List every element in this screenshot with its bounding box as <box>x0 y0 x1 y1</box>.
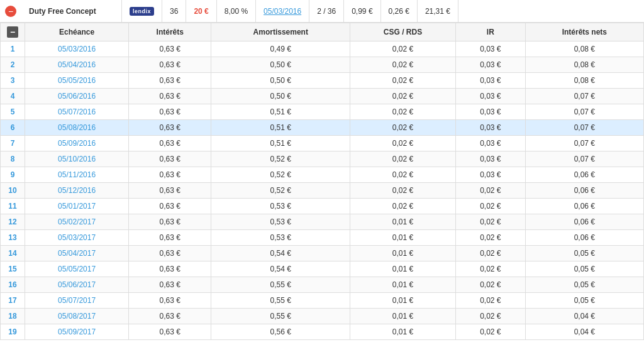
minus-icon[interactable]: − <box>7 26 18 38</box>
col-header-echeance: Echéance <box>25 23 129 41</box>
table-row: 705/09/20160,63 €0,51 €0,02 €0,03 €0,07 … <box>1 136 644 151</box>
table-row: 505/07/20160,63 €0,51 €0,02 €0,03 €0,07 … <box>1 104 644 120</box>
table-row: 1305/03/20170,63 €0,53 €0,01 €0,02 €0,06… <box>1 230 644 246</box>
table-header-row: − Echéance Intérêts Amortissement CSG / … <box>1 23 644 41</box>
table-row: 1105/01/20170,63 €0,53 €0,02 €0,02 €0,06… <box>1 199 644 214</box>
top-bar: − Duty Free Concept lendix 36 20 € 8,00 … <box>0 0 644 23</box>
col-header-minus[interactable]: − <box>1 23 25 41</box>
remove-button[interactable]: − <box>5 6 16 17</box>
date-cell[interactable]: 05/03/2016 <box>256 0 309 22</box>
col-header-amortissement: Amortissement <box>211 23 350 41</box>
table-row: 1905/09/20170,63 €0,56 €0,01 €0,02 €0,04… <box>1 324 644 340</box>
table-row: 1405/04/20170,63 €0,54 €0,01 €0,02 €0,05… <box>1 246 644 261</box>
progress-cell: 2 / 36 <box>309 0 344 22</box>
table-row: 405/06/20160,63 €0,50 €0,02 €0,03 €0,07 … <box>1 89 644 104</box>
table-row: 1005/12/20160,63 €0,52 €0,02 €0,02 €0,06… <box>1 183 644 199</box>
duration-cell: 36 <box>162 0 186 22</box>
lendix-badge: lendix <box>130 7 154 16</box>
col-header-nets: Intérêts nets <box>525 23 643 41</box>
table-row: 1805/08/20170,63 €0,55 €0,01 €0,02 €0,04… <box>1 309 644 324</box>
rate-cell: 8,00 % <box>217 0 256 22</box>
val1-cell: 0,99 € <box>344 0 380 22</box>
val2-cell: 0,26 € <box>381 0 418 22</box>
project-name: Duty Free Concept <box>21 0 122 22</box>
table-row: 305/05/20160,63 €0,50 €0,02 €0,03 €0,08 … <box>1 73 644 89</box>
col-header-ir: IR <box>455 23 525 41</box>
table-row: 105/03/20160,63 €0,49 €0,02 €0,03 €0,08 … <box>1 41 644 57</box>
amortization-table: − Echéance Intérêts Amortissement CSG / … <box>0 23 644 340</box>
lendix-badge-cell: lendix <box>122 0 162 22</box>
amount-cell: 20 € <box>186 0 216 22</box>
table-row: 1605/06/20170,63 €0,55 €0,01 €0,02 €0,05… <box>1 277 644 293</box>
col-header-csg: CSG / RDS <box>350 23 456 41</box>
table-row: 1705/07/20170,63 €0,55 €0,01 €0,02 €0,05… <box>1 293 644 309</box>
val3-cell: 21,31 € <box>418 0 458 22</box>
table-row: 805/10/20160,63 €0,52 €0,02 €0,03 €0,07 … <box>1 151 644 167</box>
table-row: 605/08/20160,63 €0,51 €0,02 €0,03 €0,07 … <box>1 120 644 136</box>
col-header-interets: Intérêts <box>129 23 211 41</box>
table-row: 1505/05/20170,63 €0,54 €0,01 €0,02 €0,05… <box>1 261 644 277</box>
table-row: 1205/02/20170,63 €0,53 €0,01 €0,02 €0,06… <box>1 214 644 230</box>
table-row: 205/04/20160,63 €0,50 €0,02 €0,03 €0,08 … <box>1 57 644 73</box>
table-row: 905/11/20160,63 €0,52 €0,02 €0,03 €0,06 … <box>1 167 644 183</box>
